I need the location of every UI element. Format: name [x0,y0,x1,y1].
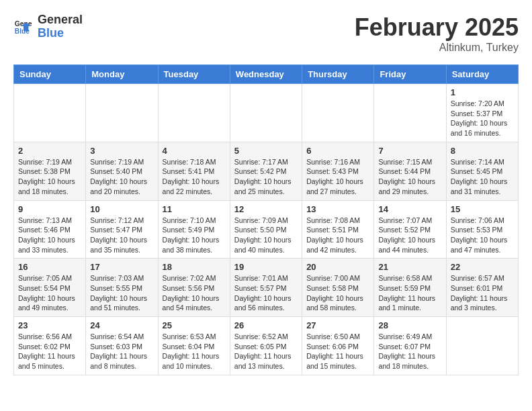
day-number: 27 [306,320,369,330]
column-header-friday: Friday [374,65,446,84]
calendar-cell: 25Sunrise: 6:53 AM Sunset: 6:04 PM Dayli… [158,317,230,375]
day-info: Sunrise: 7:15 AM Sunset: 5:44 PM Dayligh… [378,157,441,197]
day-number: 23 [18,320,81,330]
day-info: Sunrise: 7:18 AM Sunset: 5:41 PM Dayligh… [163,157,226,197]
day-number: 9 [18,204,81,214]
day-number: 3 [90,146,153,156]
day-info: Sunrise: 7:19 AM Sunset: 5:38 PM Dayligh… [18,157,81,197]
day-info: Sunrise: 6:56 AM Sunset: 6:02 PM Dayligh… [18,332,81,371]
day-info: Sunrise: 7:08 AM Sunset: 5:51 PM Dayligh… [306,216,369,255]
day-number: 13 [306,204,369,214]
day-number: 18 [163,262,226,272]
calendar-cell: 6Sunrise: 7:16 AM Sunset: 5:43 PM Daylig… [302,142,374,200]
day-info: Sunrise: 7:06 AM Sunset: 5:53 PM Dayligh… [451,216,514,255]
day-number: 4 [163,146,226,156]
calendar-cell: 8Sunrise: 7:14 AM Sunset: 5:45 PM Daylig… [446,142,518,200]
title-block: February 2025 Altinkum, Turkey [355,13,519,54]
day-info: Sunrise: 6:57 AM Sunset: 6:01 PM Dayligh… [451,273,514,313]
day-info: Sunrise: 6:49 AM Sunset: 6:07 PM Dayligh… [378,332,441,371]
logo-blue-text: Blue [38,27,83,40]
day-number: 19 [234,262,298,272]
day-number: 24 [90,320,153,330]
calendar-week-1: 1Sunrise: 7:20 AM Sunset: 5:37 PM Daylig… [14,84,519,142]
calendar-cell: 27Sunrise: 6:50 AM Sunset: 6:06 PM Dayli… [302,317,374,375]
calendar-cell: 2Sunrise: 7:19 AM Sunset: 5:38 PM Daylig… [14,142,86,200]
day-number: 20 [306,262,369,272]
calendar-cell [14,84,86,142]
day-number: 12 [234,204,298,214]
day-info: Sunrise: 6:58 AM Sunset: 5:59 PM Dayligh… [378,273,441,313]
day-info: Sunrise: 7:03 AM Sunset: 5:55 PM Dayligh… [90,273,153,313]
logo-general-text: General [38,13,83,27]
column-header-thursday: Thursday [302,65,374,84]
calendar-cell: 23Sunrise: 6:56 AM Sunset: 6:02 PM Dayli… [14,317,86,375]
day-info: Sunrise: 7:20 AM Sunset: 5:37 PM Dayligh… [451,99,514,138]
calendar-cell: 10Sunrise: 7:12 AM Sunset: 5:47 PM Dayli… [86,200,158,259]
day-info: Sunrise: 6:53 AM Sunset: 6:04 PM Dayligh… [163,332,226,371]
column-header-sunday: Sunday [14,65,86,84]
calendar-cell: 3Sunrise: 7:19 AM Sunset: 5:40 PM Daylig… [86,142,158,200]
day-info: Sunrise: 7:05 AM Sunset: 5:54 PM Dayligh… [18,273,81,313]
page-header: General Blue General Blue February 2025 … [13,13,519,54]
calendar-cell: 5Sunrise: 7:17 AM Sunset: 5:42 PM Daylig… [230,142,302,200]
day-number: 17 [90,262,153,272]
calendar-cell: 12Sunrise: 7:09 AM Sunset: 5:50 PM Dayli… [230,200,302,259]
day-info: Sunrise: 6:50 AM Sunset: 6:06 PM Dayligh… [306,332,369,371]
day-info: Sunrise: 7:17 AM Sunset: 5:42 PM Dayligh… [234,157,298,197]
calendar-cell: 26Sunrise: 6:52 AM Sunset: 6:05 PM Dayli… [230,317,302,375]
day-number: 28 [378,320,441,330]
calendar-cell: 15Sunrise: 7:06 AM Sunset: 5:53 PM Dayli… [446,200,518,259]
day-info: Sunrise: 6:52 AM Sunset: 6:05 PM Dayligh… [234,332,298,371]
calendar-header-row: SundayMondayTuesdayWednesdayThursdayFrid… [14,65,519,84]
day-number: 6 [306,146,369,156]
calendar-cell: 9Sunrise: 7:13 AM Sunset: 5:46 PM Daylig… [14,200,86,259]
day-number: 2 [18,146,81,156]
day-number: 7 [378,146,441,156]
calendar-cell: 21Sunrise: 6:58 AM Sunset: 5:59 PM Dayli… [374,259,446,317]
calendar-cell [446,317,518,375]
day-info: Sunrise: 7:02 AM Sunset: 5:56 PM Dayligh… [163,273,226,313]
day-info: Sunrise: 7:16 AM Sunset: 5:43 PM Dayligh… [306,157,369,197]
day-info: Sunrise: 7:13 AM Sunset: 5:46 PM Dayligh… [18,216,81,255]
calendar-cell: 1Sunrise: 7:20 AM Sunset: 5:37 PM Daylig… [446,84,518,142]
calendar-cell: 7Sunrise: 7:15 AM Sunset: 5:44 PM Daylig… [374,142,446,200]
day-number: 26 [234,320,298,330]
column-header-tuesday: Tuesday [158,65,230,84]
day-number: 16 [18,262,81,272]
calendar-cell: 17Sunrise: 7:03 AM Sunset: 5:55 PM Dayli… [86,259,158,317]
calendar-cell: 13Sunrise: 7:08 AM Sunset: 5:51 PM Dayli… [302,200,374,259]
location: Altinkum, Turkey [355,42,519,54]
calendar-cell [302,84,374,142]
calendar-cell: 4Sunrise: 7:18 AM Sunset: 5:41 PM Daylig… [158,142,230,200]
day-info: Sunrise: 7:01 AM Sunset: 5:57 PM Dayligh… [234,273,298,313]
calendar-table: SundayMondayTuesdayWednesdayThursdayFrid… [13,64,519,375]
day-number: 10 [90,204,153,214]
day-info: Sunrise: 7:10 AM Sunset: 5:49 PM Dayligh… [163,216,226,255]
calendar-cell: 18Sunrise: 7:02 AM Sunset: 5:56 PM Dayli… [158,259,230,317]
day-number: 21 [378,262,441,272]
day-number: 11 [163,204,226,214]
calendar-cell: 19Sunrise: 7:01 AM Sunset: 5:57 PM Dayli… [230,259,302,317]
calendar-week-2: 2Sunrise: 7:19 AM Sunset: 5:38 PM Daylig… [14,142,519,200]
calendar-cell: 20Sunrise: 7:00 AM Sunset: 5:58 PM Dayli… [302,259,374,317]
day-number: 14 [378,204,441,214]
day-info: Sunrise: 7:19 AM Sunset: 5:40 PM Dayligh… [90,157,153,197]
day-number: 5 [234,146,298,156]
calendar-cell: 22Sunrise: 6:57 AM Sunset: 6:01 PM Dayli… [446,259,518,317]
day-info: Sunrise: 7:07 AM Sunset: 5:52 PM Dayligh… [378,216,441,255]
day-number: 8 [451,146,514,156]
day-info: Sunrise: 7:14 AM Sunset: 5:45 PM Dayligh… [451,157,514,197]
calendar-cell: 16Sunrise: 7:05 AM Sunset: 5:54 PM Dayli… [14,259,86,317]
calendar-cell: 24Sunrise: 6:54 AM Sunset: 6:03 PM Dayli… [86,317,158,375]
logo-icon: General Blue [13,17,32,36]
month-year: February 2025 [355,13,519,42]
calendar-cell: 11Sunrise: 7:10 AM Sunset: 5:49 PM Dayli… [158,200,230,259]
day-info: Sunrise: 7:12 AM Sunset: 5:47 PM Dayligh… [90,216,153,255]
calendar-week-5: 23Sunrise: 6:56 AM Sunset: 6:02 PM Dayli… [14,317,519,375]
calendar-cell [158,84,230,142]
calendar-cell [374,84,446,142]
logo: General Blue General Blue [13,13,83,40]
calendar-cell: 14Sunrise: 7:07 AM Sunset: 5:52 PM Dayli… [374,200,446,259]
day-info: Sunrise: 7:00 AM Sunset: 5:58 PM Dayligh… [306,273,369,313]
column-header-wednesday: Wednesday [230,65,302,84]
